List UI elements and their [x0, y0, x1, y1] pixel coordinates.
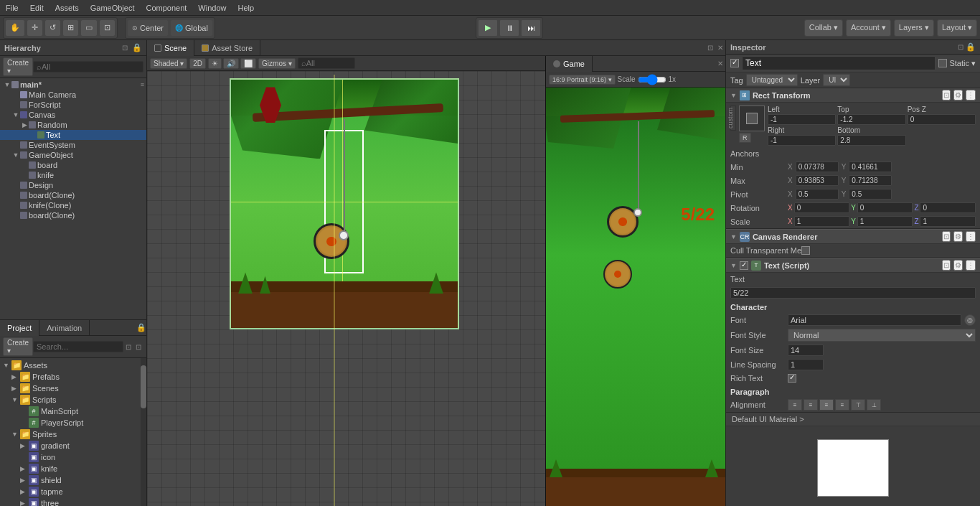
- canvas-renderer-header[interactable]: ▼ CR Canvas Renderer ⊡ ⚙ ⋮: [726, 229, 980, 244]
- ptree-scenes[interactable]: ▶ 📁 Scenes: [0, 383, 146, 394]
- tree-item-eventsystem[interactable]: EventSystem: [0, 140, 146, 150]
- ptree-sprites[interactable]: ▼ 📁 Sprites: [0, 428, 146, 440]
- tag-dropdown[interactable]: Untagged: [746, 74, 798, 86]
- hierarchy-search-input[interactable]: [33, 61, 143, 72]
- menu-component[interactable]: Component: [140, 2, 192, 14]
- align-middle-btn[interactable]: ⊥: [867, 399, 881, 411]
- object-name-input[interactable]: [742, 56, 936, 70]
- move-tool[interactable]: ✛: [27, 19, 43, 37]
- scene-tab[interactable]: Scene: [147, 40, 194, 56]
- tree-menu-main[interactable]: ≡: [138, 81, 146, 88]
- asset-store-tab[interactable]: Asset Store: [194, 40, 260, 56]
- ptree-shield[interactable]: ▶ ▣ shield: [0, 474, 146, 486]
- ptree-mainscript[interactable]: # MainScript: [0, 406, 146, 417]
- scene-audio-btn[interactable]: 🔊: [223, 58, 239, 69]
- tree-item-knifeclone[interactable]: knife(Clone): [0, 200, 146, 210]
- pivot-x[interactable]: [796, 189, 839, 200]
- rect-r-btn[interactable]: R: [739, 133, 751, 143]
- account-dropdown[interactable]: Account ▾: [846, 19, 891, 37]
- menu-assets[interactable]: Assets: [50, 2, 85, 14]
- rect-bottom-input[interactable]: [837, 135, 905, 146]
- rect-left-input[interactable]: [768, 114, 836, 125]
- ptree-gradient[interactable]: ▶ ▣ gradient: [0, 440, 146, 451]
- tree-item-boardclone1[interactable]: board(Clone): [0, 190, 146, 200]
- scene-canvas[interactable]: [147, 71, 545, 506]
- menu-edit[interactable]: Edit: [24, 2, 50, 14]
- inspector-float-btn[interactable]: ⊡: [956, 43, 966, 51]
- tree-item-gameobject[interactable]: ▼ GameObject: [0, 150, 146, 160]
- rect-top-input[interactable]: [837, 114, 905, 125]
- anchors-max-y[interactable]: [849, 175, 892, 186]
- hierarchy-create-btn[interactable]: Create ▾: [3, 57, 33, 76]
- font-input[interactable]: [788, 314, 961, 326]
- layers-dropdown[interactable]: Layers ▾: [894, 19, 934, 37]
- game-close-btn[interactable]: ✕: [715, 60, 725, 67]
- rect-right-input[interactable]: [768, 135, 836, 146]
- text-script-copy-btn[interactable]: ⊡: [942, 260, 951, 271]
- anchors-min-y[interactable]: [849, 161, 892, 172]
- ptree-playerscript[interactable]: # PlayerScript: [0, 417, 146, 428]
- menu-file[interactable]: File: [0, 2, 24, 14]
- text-script-enable[interactable]: [740, 261, 748, 270]
- collab-dropdown[interactable]: Collab ▾: [804, 19, 843, 37]
- gizmos-dropdown[interactable]: Gizmos ▾: [258, 58, 296, 69]
- ptree-knife[interactable]: ▶ ▣ knife: [0, 463, 146, 474]
- 2d-btn[interactable]: 2D: [189, 58, 206, 69]
- hierarchy-float-btn[interactable]: ⊡: [120, 44, 130, 52]
- ptree-assets[interactable]: ▼ 📁 Assets: [0, 360, 146, 371]
- menu-gameobject[interactable]: GameObject: [85, 2, 141, 14]
- align-justify-btn[interactable]: ≡: [835, 399, 849, 411]
- static-checkbox[interactable]: [938, 59, 947, 67]
- scene-fx-btn[interactable]: ⬜: [240, 58, 256, 69]
- tree-item-boardclone2[interactable]: board(Clone): [0, 210, 146, 220]
- rect-anchor-box[interactable]: [739, 106, 765, 131]
- canvas-renderer-gear-btn[interactable]: ⚙: [953, 231, 963, 242]
- project-tab[interactable]: Project: [0, 320, 39, 336]
- project-lock-btn[interactable]: 🔒: [136, 323, 146, 332]
- resolution-dropdown[interactable]: 16:9 Portrait (9:16) ▾: [549, 75, 616, 85]
- rot-x[interactable]: [794, 202, 850, 213]
- project-search-btn3[interactable]: ⊡: [133, 343, 143, 351]
- text-script-gear-btn[interactable]: ⚙: [953, 260, 963, 271]
- tree-item-canvas[interactable]: ▼ Canvas: [0, 110, 146, 120]
- anchors-min-x[interactable]: [796, 161, 839, 172]
- rect-posz-input[interactable]: [908, 114, 976, 125]
- ptree-tapme[interactable]: ▶ ▣ tapme: [0, 486, 146, 497]
- tree-item-text[interactable]: Text: [0, 130, 146, 140]
- rect-tool[interactable]: ▭: [80, 19, 98, 37]
- tree-item-main[interactable]: ▼ main* ≡: [0, 80, 146, 90]
- cull-checkbox[interactable]: [801, 246, 810, 255]
- project-scrollbar[interactable]: [141, 358, 146, 506]
- scene-light-btn[interactable]: ☀: [208, 58, 222, 69]
- canvas-renderer-copy-btn[interactable]: ⊡: [942, 231, 951, 242]
- line-spacing-input[interactable]: [788, 359, 824, 370]
- scene-float-btn[interactable]: ⊡: [705, 44, 715, 52]
- scene-close-btn[interactable]: ✕: [715, 44, 725, 52]
- rect-transform-header[interactable]: ▼ ⊞ Rect Transform ⊡ ⚙ ⋮: [726, 88, 980, 103]
- text-script-header[interactable]: ▼ T Text (Script) ⊡ ⚙ ⋮: [726, 258, 980, 273]
- rich-text-checkbox[interactable]: [788, 374, 796, 383]
- tree-item-maincamera[interactable]: Main Camera: [0, 90, 146, 100]
- inspector-lock-btn[interactable]: 🔒: [966, 42, 976, 52]
- step-button[interactable]: ⏭: [521, 19, 541, 37]
- ptree-scripts[interactable]: ▼ 📁 Scripts: [0, 394, 146, 406]
- align-right-btn[interactable]: ≡: [819, 399, 834, 411]
- align-top-btn[interactable]: ⊤: [851, 399, 865, 411]
- scale-slider[interactable]: [638, 76, 666, 83]
- font-select-btn[interactable]: ◎: [964, 314, 976, 326]
- game-tab[interactable]: Game: [546, 56, 593, 72]
- transform-tool[interactable]: ⊡: [99, 19, 116, 37]
- menu-help[interactable]: Help: [232, 2, 260, 14]
- layout-dropdown[interactable]: Layout ▾: [937, 19, 977, 37]
- rect-transform-gear-btn[interactable]: ⚙: [953, 90, 963, 100]
- pivot-y[interactable]: [849, 189, 892, 200]
- ptree-prefabs[interactable]: ▶ 📁 Prefabs: [0, 371, 146, 383]
- play-button[interactable]: ▶: [478, 19, 498, 37]
- tree-item-forscript[interactable]: ForScript: [0, 100, 146, 110]
- ptree-three[interactable]: ▶ ▣ three: [0, 497, 146, 506]
- tree-item-design[interactable]: Design: [0, 180, 146, 190]
- global-btn[interactable]: 🌐 Global: [170, 19, 213, 37]
- scale-tool[interactable]: ⊞: [62, 19, 79, 37]
- font-size-input[interactable]: [788, 345, 824, 356]
- project-search-btn2[interactable]: ⊡: [123, 343, 133, 351]
